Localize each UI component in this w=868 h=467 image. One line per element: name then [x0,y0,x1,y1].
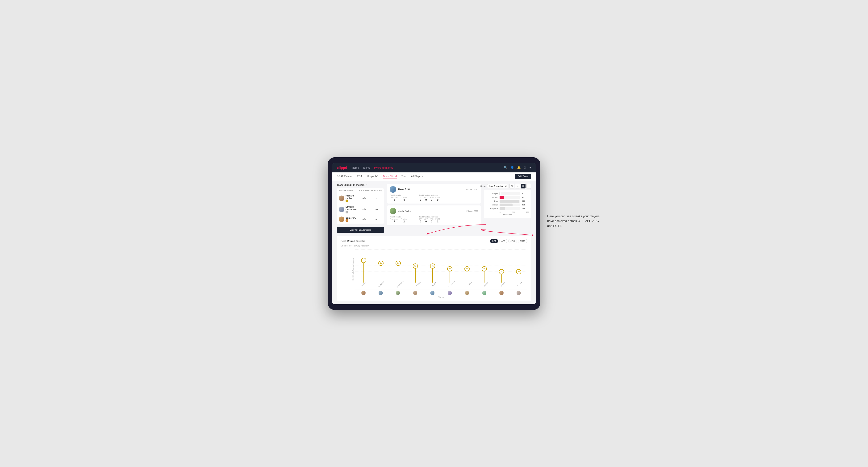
edit-icon[interactable]: ✏ [366,184,368,186]
streak-line [432,268,433,283]
list-view-button[interactable]: ☰ [515,184,520,188]
x-label-200: 200 [512,211,515,213]
tablet-screen: clippd Home Teams My Performance 🔍 👤 🔔 ⚙… [332,163,536,304]
chart-view-button[interactable]: ▦ [521,184,526,188]
tablet-frame: clippd Home Teams My Performance 🔍 👤 🔔 ⚙… [328,157,540,310]
settings-view-button[interactable]: ⋮ [526,184,531,188]
pb-avg: 103 [370,218,382,220]
table-row[interactable]: Cameron... 3 17/20 103 [337,215,384,224]
team-header: Team Clippd | 14 Players ✏ [337,184,384,186]
streak-chart: Best Streak, Fairway Accuracy [341,249,527,289]
streak-line [381,266,381,283]
practice-val: 2 [403,220,405,223]
pill-arg[interactable]: ARG [508,239,517,243]
streak-bubble: 6x [378,261,383,266]
tournament-sub-label: Tournament [390,196,399,198]
app-val: 0 [425,220,427,223]
bar-label-eagles: Eagles [486,192,498,195]
table-header: PLAYER NAME PB SCORE PB AVG SQ [337,188,384,193]
player-name: Cameron... [346,217,357,219]
player-card-rees: Rees Britt 02 Sep 2023 Total Rounds Tour… [387,184,481,204]
ott-label: OTT [419,218,423,220]
putt-label: PUTT [435,218,440,220]
tournament-label: Tournament [390,218,399,220]
bar-track [500,207,520,210]
grid-view-button[interactable]: ⊞ [509,184,514,188]
avatar-row [341,291,527,295]
filter-pills: OTT APP ARG PUTT [490,239,527,243]
pill-putt[interactable]: PUTT [518,239,527,243]
bar-value-birdies: 96 [522,196,529,198]
pb-score: 18/20 [359,208,370,211]
subnav-all-players[interactable]: All Players [411,174,423,179]
streak-line [484,271,485,283]
streak-bubble: 3x [516,269,521,274]
streak-line [450,271,450,283]
bell-icon[interactable]: 🔔 [517,166,521,169]
middle-panel: Rees Britt 02 Sep 2023 Total Rounds Tour… [387,184,481,233]
left-panel: Team Clippd | 14 Players ✏ PLAYER NAME P… [337,184,384,233]
streak-line [501,274,502,283]
streak-line [519,274,519,283]
bar-value-dbogeys: 131 [522,208,529,210]
tournament-val: 8 [394,198,395,201]
team-title: Team Clippd | 14 Players [337,184,365,186]
players-axis-label: Players [341,296,527,298]
period-select[interactable]: Last 3 months [487,184,508,188]
player-avatar [430,291,434,295]
table-row[interactable]: Richard Butler 1 19/20 110 [337,193,384,204]
x-label-400: 400 [526,211,529,213]
view-full-leaderboard-button[interactable]: View Full Leaderboard [337,227,384,233]
leaderboard-table: PLAYER NAME PB SCORE PB AVG SQ Richard B… [337,188,384,224]
show-controls: Show Last 3 months ⊞ ☰ ▦ ⋮ [484,184,531,188]
putt-label: PUTT [435,196,440,198]
section-title: Best Round Streaks [341,240,365,243]
nav-my-performance[interactable]: My Performance [374,165,393,170]
subnav-pgat[interactable]: PGAT Players [337,174,352,179]
card-header: Rees Britt 02 Sep 2023 [390,186,478,193]
settings-icon[interactable]: ⚙ [524,166,526,169]
bar-track [500,204,520,206]
avatar-icon[interactable]: ● [529,166,531,169]
avatar [339,195,344,201]
player-name: Edward Crossman [346,206,359,211]
pill-ott[interactable]: OTT [490,239,498,243]
player-avatar [361,291,366,295]
view-icons: ⊞ ☰ ▦ ⋮ [509,184,531,188]
user-icon[interactable]: 👤 [510,166,514,169]
bar-fill [500,192,500,195]
search-icon[interactable]: 🔍 [504,166,507,169]
subnav-hcaps[interactable]: Hcaps 1-5 [367,174,378,179]
bar-label-pars: Pars [486,200,498,202]
streak-bubble: 5x [413,263,418,269]
bar-label-dbogeys: D. Bogeys + [486,208,498,210]
bar-fill [500,200,519,203]
table-row[interactable]: Edward Crossman 2 18/20 107 [337,204,384,215]
avatar [339,207,344,212]
arg-label: ARG [430,218,434,220]
player-card-name: Josh Coles [398,210,411,213]
col-pb-avg: PB AVG SQ [370,189,382,191]
player-avatar [379,291,383,295]
rank-badge-silver: 2 [346,211,348,214]
subnav-team-clippd[interactable]: Team Clippd [383,174,397,179]
app-val: 0 [425,198,427,201]
ott-label: OTT [419,196,423,198]
arg-val: 0 [431,198,432,201]
col-player-name: PLAYER NAME [339,189,359,191]
streak-bubble: 4x [464,266,470,272]
subnav-pga[interactable]: PGA [357,174,362,179]
nav-links: Home Teams My Performance [352,165,499,170]
pill-app[interactable]: APP [499,239,507,243]
practice-activities-label: Total Practice Activities [419,216,440,218]
avatar [390,186,396,193]
y-axis-title: Best Streak, Fairway Accuracy [352,258,354,280]
chart-subtitle: Off The Tee, Fairway Accuracy [341,245,527,247]
player-card-date: 02 Sep 2023 [466,188,478,191]
nav-home[interactable]: Home [352,165,359,170]
app-label: APP [424,196,428,198]
add-team-button[interactable]: Add Team [515,174,531,179]
nav-teams[interactable]: Teams [363,165,370,170]
bar-fill [500,204,513,206]
subnav-tour[interactable]: Tour [401,174,406,179]
